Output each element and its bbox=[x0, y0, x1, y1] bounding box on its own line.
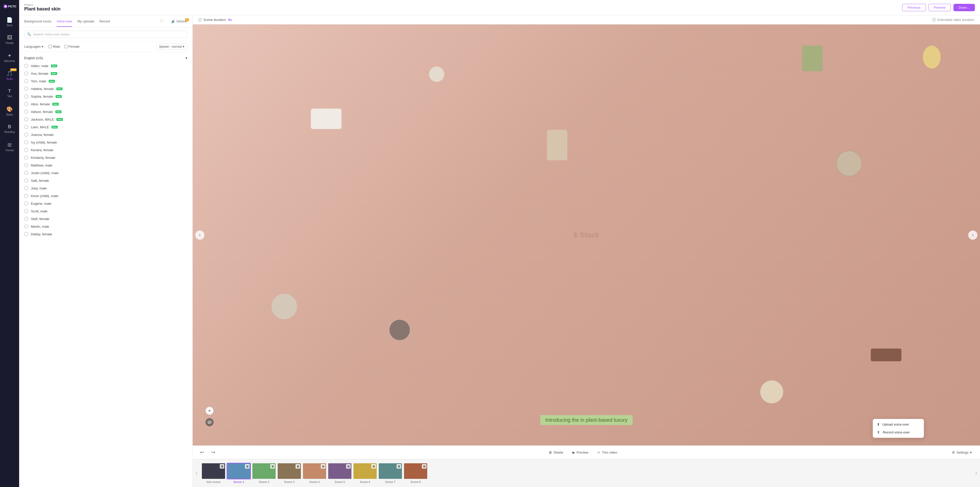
sidebar-item-elements[interactable]: ✦ Elements bbox=[0, 48, 19, 66]
video-area: $ Stock Introducing the in plant-based l… bbox=[192, 24, 980, 446]
voice-item[interactable]: Tom, male New bbox=[19, 77, 192, 85]
new-tag: New bbox=[56, 95, 62, 98]
visibility-toggle-button[interactable] bbox=[205, 418, 213, 426]
app-logo: PICTORY bbox=[0, 0, 19, 13]
sidebar-item-text[interactable]: T Text bbox=[0, 84, 19, 102]
tab-background-music[interactable]: Background music bbox=[24, 16, 52, 27]
upload-voice-over-item[interactable]: ⬆ Upload voice-over bbox=[873, 420, 924, 428]
scene-thumb-image: ⊞ bbox=[404, 463, 428, 479]
voice-item[interactable]: Scott, male bbox=[19, 207, 192, 215]
lang-group-english-us[interactable]: English (US) ▾ bbox=[19, 54, 192, 62]
voice-item[interactable]: Stefi, female bbox=[19, 215, 192, 223]
settings-button[interactable]: ⚙ Settings ▾ bbox=[949, 449, 975, 456]
left-panel: Background music Voice-over My uploads R… bbox=[19, 15, 192, 487]
add-element-button[interactable]: + bbox=[205, 407, 213, 415]
voice-item[interactable]: Salli, female bbox=[19, 177, 192, 184]
scene-overlay-icon: ⊞ bbox=[396, 464, 401, 469]
download-button[interactable]: Down... bbox=[953, 4, 975, 11]
voice-item[interactable]: Ivy (child), female bbox=[19, 138, 192, 146]
male-checkbox[interactable] bbox=[48, 45, 52, 48]
female-checkbox-label[interactable]: Female bbox=[64, 44, 80, 48]
voice-item[interactable]: Joanna, female bbox=[19, 131, 192, 138]
voice-item[interactable]: Jackson, MALE New bbox=[19, 116, 192, 123]
voice-item[interactable]: Ava, female New bbox=[19, 70, 192, 77]
scene-thumb-scene-3[interactable]: ⊞ Scene 3 bbox=[277, 463, 301, 484]
delete-button[interactable]: 🗑 Delete bbox=[546, 449, 566, 456]
settings-label: Settings bbox=[956, 451, 969, 454]
scene-thumb-scene-5[interactable]: ⊞ Scene 5 bbox=[328, 463, 352, 484]
favorites-icon[interactable]: ♡ bbox=[159, 19, 163, 24]
play-icon: ▶ bbox=[573, 451, 575, 454]
prev-scene-button[interactable]: ‹ bbox=[195, 230, 204, 240]
preview-control-label: Preview bbox=[576, 451, 588, 454]
voice-item[interactable]: Justin (child), male bbox=[19, 169, 192, 177]
right-panel: 🕐 Scene duration: 5s 🕐 Estimated video d… bbox=[192, 15, 980, 487]
voice-radio bbox=[24, 133, 28, 136]
scene-thumb-scene-6[interactable]: ⊞ Scene 6 bbox=[353, 463, 377, 484]
undo-button[interactable]: ↩ bbox=[198, 448, 206, 457]
voice-item[interactable]: Joey, male bbox=[19, 184, 192, 192]
sidebar-item-styles[interactable]: 🎨 Styles bbox=[0, 102, 19, 120]
voice-item[interactable]: Matthew, male bbox=[19, 162, 192, 169]
voice-item[interactable]: Liam, MALE New bbox=[19, 123, 192, 131]
scene-thumb-scene-8[interactable]: ⊞ Scene 8 bbox=[404, 463, 428, 484]
female-checkbox[interactable] bbox=[64, 45, 68, 48]
male-checkbox-label[interactable]: Male bbox=[48, 44, 60, 48]
sidebar-item-visuals[interactable]: 🖼 Visuals bbox=[0, 30, 19, 48]
upload-icon: ⬆ bbox=[877, 422, 880, 426]
languages-select[interactable]: Languages ▾ bbox=[24, 44, 43, 48]
timeline: ‹ ⊞ Intro scene ⊞ Scene 1 ⊞ Scene 2 ⊞ bbox=[192, 459, 980, 487]
voice-item[interactable]: Kimberly, female bbox=[19, 154, 192, 162]
preview-button[interactable]: Preview bbox=[928, 4, 951, 11]
volume-button[interactable]: 🔊 Volume N bbox=[171, 19, 187, 23]
tab-my-uploads[interactable]: My uploads bbox=[77, 16, 94, 27]
voice-radio bbox=[24, 87, 28, 91]
record-voice-over-label: Record voice-over bbox=[883, 430, 910, 434]
voice-name: Joanna, female bbox=[31, 133, 54, 136]
voice-item[interactable]: Eugene, male bbox=[19, 200, 192, 207]
video-background: $ Stock bbox=[192, 24, 980, 446]
scene-thumb-scene-4[interactable]: ⊞ Scene 4 bbox=[302, 463, 327, 484]
record-voice-over-item[interactable]: 🎙 Record voice-over bbox=[873, 428, 924, 436]
sidebar-item-audio[interactable]: NEW 🎵 Audio bbox=[0, 66, 19, 84]
voice-item[interactable]: Sophia, female New bbox=[19, 92, 192, 100]
previous-button[interactable]: Previous bbox=[902, 4, 926, 11]
tab-voice-over[interactable]: Voice-over bbox=[57, 16, 72, 27]
scene-label: Scene 4 bbox=[309, 481, 320, 484]
voice-item[interactable]: Aiden, male New bbox=[19, 62, 192, 70]
scene-thumb-scene-1[interactable]: ⊞ Scene 1 bbox=[227, 463, 251, 484]
chevron-down-speed-icon: ▾ bbox=[183, 44, 185, 48]
voice-name: Stefi, female bbox=[31, 217, 49, 221]
search-input[interactable] bbox=[33, 32, 185, 36]
new-tag: New bbox=[51, 65, 57, 67]
voice-name: Salli, female bbox=[31, 179, 49, 182]
voice-item[interactable]: Adison, female New bbox=[19, 108, 192, 116]
voice-item[interactable]: Adeline, female New bbox=[19, 85, 192, 92]
next-scene-button[interactable]: › bbox=[968, 230, 977, 240]
voice-item[interactable]: Kendra, female bbox=[19, 146, 192, 154]
voice-name: Eugene, male bbox=[31, 202, 51, 206]
sidebar-item-format[interactable]: ⊞ Format bbox=[0, 138, 19, 155]
timeline-next-button[interactable]: › bbox=[972, 470, 980, 476]
voice-name: Tom, male bbox=[31, 79, 46, 83]
tab-recent[interactable]: Recent bbox=[100, 16, 110, 27]
voice-item[interactable]: Martin, male bbox=[19, 223, 192, 230]
trim-button[interactable]: ✂ Trim video bbox=[594, 449, 620, 456]
timeline-prev-button[interactable]: ‹ bbox=[192, 470, 200, 476]
preview-control-button[interactable]: ▶ Preview bbox=[570, 449, 591, 456]
scene-thumb-scene-2[interactable]: ⊞ Scene 2 bbox=[252, 463, 276, 484]
scene-thumb-intro-scene[interactable]: ⊞ Intro scene bbox=[201, 463, 226, 484]
voice-item[interactable]: Debby, female bbox=[19, 230, 192, 238]
voice-item[interactable]: Kevin (child), male bbox=[19, 192, 192, 200]
audio-icon: 🎵 bbox=[6, 70, 13, 76]
sidebar-item-story[interactable]: 📄 Story bbox=[0, 13, 19, 30]
new-tag: New bbox=[52, 103, 59, 106]
sidebar-item-branding[interactable]: B Branding bbox=[0, 120, 19, 138]
sidebar-item-label-styles: Styles bbox=[6, 113, 13, 116]
speed-select[interactable]: Speed - normal ▾ bbox=[156, 43, 187, 50]
voice-item[interactable]: Alice, female New bbox=[19, 100, 192, 108]
sidebar-item-label-visuals: Visuals bbox=[5, 41, 14, 44]
redo-button[interactable]: ↪ bbox=[209, 448, 217, 457]
scene-thumb-scene-7[interactable]: ⊞ Scene 7 bbox=[378, 463, 402, 484]
voice-name: Kendra, female bbox=[31, 148, 53, 152]
